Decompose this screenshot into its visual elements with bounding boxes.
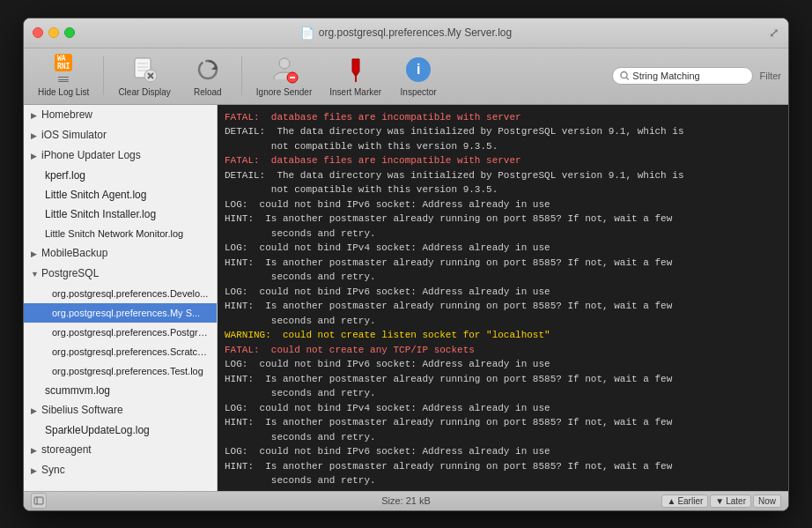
traffic-lights	[33, 27, 75, 38]
search-icon	[620, 71, 630, 81]
reload-label: Reload	[194, 87, 222, 98]
log-line: LOG: could not bind IPv6 socket: Address…	[225, 444, 781, 459]
disclosure-icon: ▶	[31, 246, 40, 262]
sidebar-item-pg-scratch[interactable]: org.postgresql.preferences.Scratch.log	[24, 342, 217, 361]
sidebar-item-ios-simulator[interactable]: ▶iOS Simulator	[24, 125, 217, 145]
toolbar: WARNI Hide Log List	[24, 48, 788, 105]
window-title-area: 📄 org.postgresql.preferences.My Server.l…	[300, 26, 512, 40]
sidebar-item-pg-my-s[interactable]: org.postgresql.preferences.My S...	[24, 303, 217, 323]
hide-log-list-label: Hide Log List	[38, 87, 89, 98]
log-line: HINT: Is another postmaster already runn…	[225, 299, 781, 328]
sidebar-item-pg-test[interactable]: org.postgresql.preferences.Test.log	[24, 361, 217, 381]
log-line: FATAL: database files are incompatible w…	[225, 110, 781, 125]
log-line: FATAL: database files are incompatible w…	[225, 153, 781, 168]
sidebar-item-little-snitch-installer[interactable]: Little Snitch Installer.log	[24, 205, 217, 224]
reload-icon	[192, 54, 224, 86]
statusbar: Size: 21 kB ▲ Earlier ▼ Later Now	[24, 491, 788, 510]
log-line: LOG: could not bind IPv6 socket: Address…	[225, 285, 781, 300]
separator-1	[103, 56, 104, 95]
log-view[interactable]: FATAL: database files are incompatible w…	[218, 105, 788, 491]
now-button[interactable]: Now	[753, 495, 781, 508]
clear-display-button[interactable]: Clear Display	[111, 50, 177, 101]
close-button[interactable]	[33, 27, 43, 38]
window-title: org.postgresql.preferences.My Server.log	[319, 26, 512, 39]
disclosure-icon: ▶	[31, 128, 40, 144]
titlebar: 📄 org.postgresql.preferences.My Server.l…	[24, 19, 788, 48]
inspector-label: Inspector	[401, 87, 437, 98]
later-label: Later	[726, 496, 746, 506]
status-left	[31, 493, 47, 509]
minimize-button[interactable]	[48, 27, 59, 38]
now-label: Now	[758, 496, 776, 506]
sidebar-item-little-snitch-agent[interactable]: Little Snitch Agent.log	[24, 185, 217, 205]
sidebar-item-scummvm[interactable]: scummvm.log	[24, 381, 217, 400]
separator-2	[241, 56, 242, 95]
main-window: 📄 org.postgresql.preferences.My Server.l…	[23, 18, 789, 511]
svg-line-14	[626, 78, 629, 80]
ignore-sender-button[interactable]: Ignore Sender	[249, 50, 319, 101]
sidebar-item-pg-postgre[interactable]: org.postgresql.preferences.Postgre...	[24, 323, 217, 342]
earlier-button[interactable]: ▲ Earlier	[661, 495, 708, 508]
sidebar-toggle-button[interactable]	[31, 493, 47, 509]
sidebar-item-sibelius[interactable]: ▶Sibelius Software	[24, 400, 217, 420]
log-line: FATAL: could not create any TCP/IP socke…	[225, 343, 781, 358]
clear-display-icon	[129, 54, 160, 86]
svg-marker-11	[352, 59, 359, 77]
search-input[interactable]	[632, 71, 744, 81]
insert-marker-button[interactable]: Insert Marker	[322, 50, 388, 101]
log-line: DETAIL: The data directory was initializ…	[225, 168, 781, 197]
sidebar-item-sync[interactable]: ▶Sync	[24, 460, 217, 480]
down-arrow-icon: ▼	[715, 496, 724, 506]
svg-point-13	[620, 72, 626, 78]
sidebar-item-pg-develo[interactable]: org.postgresql.preferences.Develo...	[24, 284, 217, 303]
log-line: LOG: could not bind IPv6 socket: Address…	[225, 357, 781, 372]
disclosure-icon: ▶	[31, 463, 40, 479]
sidebar-item-kperf[interactable]: kperf.log	[24, 166, 217, 185]
reload-button[interactable]: Reload	[181, 50, 234, 101]
disclosure-icon: ▶	[31, 442, 40, 458]
insert-marker-icon	[340, 54, 372, 86]
status-right: ▲ Earlier ▼ Later Now	[661, 495, 781, 508]
svg-rect-15	[34, 497, 43, 504]
inspector-icon: i	[402, 54, 434, 86]
warning-badge: WARNI	[55, 54, 72, 71]
fullscreen-button[interactable]: ⤢	[769, 26, 779, 40]
disclosure-icon: ▶	[31, 108, 40, 123]
later-button[interactable]: ▼ Later	[710, 495, 751, 508]
svg-point-8	[279, 58, 290, 69]
inspector-circle: i	[406, 57, 431, 82]
up-arrow-icon: ▲	[667, 496, 675, 506]
hide-log-list-icon: WARNI	[48, 54, 79, 86]
disclosure-icon: ▶	[31, 148, 40, 164]
sidebar-item-iphone-updater[interactable]: ▶iPhone Updater Logs	[24, 145, 217, 166]
maximize-button[interactable]	[64, 27, 75, 38]
list-lines-icon	[55, 73, 72, 86]
log-line: DETAIL: The data directory was initializ…	[225, 124, 781, 153]
sidebar-item-homebrew[interactable]: ▶Homebrew	[24, 105, 217, 125]
log-line: HINT: Is another postmaster already runn…	[225, 415, 781, 444]
sidebar-item-sparkle[interactable]: SparkleUpdateLog.log	[24, 420, 217, 440]
insert-marker-label: Insert Marker	[329, 87, 381, 98]
log-line: WARNING: could not create listen socket …	[225, 328, 781, 343]
sidebar-item-mobile-backup[interactable]: ▶MobileBackup	[24, 243, 217, 264]
sidebar: ▶Homebrew ▶iOS Simulator ▶iPhone Updater…	[24, 105, 218, 491]
earlier-label: Earlier	[677, 496, 703, 506]
disclosure-icon: ▶	[31, 403, 40, 419]
clear-display-label: Clear Display	[118, 87, 170, 98]
hide-log-list-button[interactable]: WARNI Hide Log List	[31, 50, 96, 101]
sidebar-item-postgresql[interactable]: ▼PostgreSQL	[24, 264, 217, 284]
log-line: LOG: could not bind IPv4 socket: Address…	[225, 401, 781, 416]
status-size: Size: 21 kB	[381, 495, 431, 506]
filter-label: Filter	[760, 71, 781, 81]
ignore-sender-icon	[269, 54, 300, 86]
log-line: HINT: Is another postmaster already runn…	[225, 256, 781, 285]
search-box[interactable]	[612, 67, 753, 85]
inspector-button[interactable]: i Inspector	[392, 50, 445, 101]
document-icon: 📄	[300, 26, 314, 40]
disclosure-icon: ▼	[31, 266, 40, 282]
log-line: LOG: could not bind IPv6 socket: Address…	[225, 197, 781, 212]
log-line: HINT: Is another postmaster already runn…	[225, 212, 781, 241]
sidebar-item-little-snitch-network[interactable]: Little Snitch Network Monitor.log	[24, 224, 217, 243]
log-line: HINT: Is another postmaster already runn…	[225, 372, 781, 401]
sidebar-item-storeagent[interactable]: ▶storeagent	[24, 440, 217, 460]
